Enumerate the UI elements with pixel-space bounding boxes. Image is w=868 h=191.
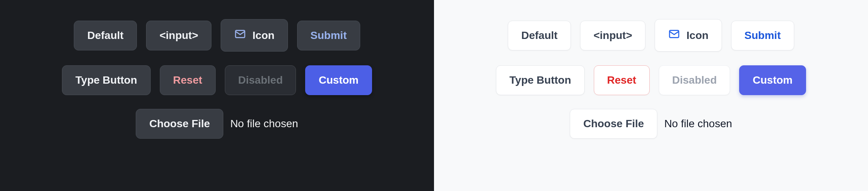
choose-file-button[interactable]: Choose File — [136, 109, 223, 139]
mail-icon — [668, 28, 680, 43]
file-input-wrap: Choose File No file chosen — [136, 109, 298, 139]
file-row: Choose File No file chosen — [570, 109, 732, 139]
default-button-label: Default — [521, 29, 558, 42]
icon-button-label: Icon — [686, 29, 709, 42]
icon-button[interactable]: Icon — [221, 19, 288, 52]
custom-button[interactable]: Custom — [305, 65, 372, 95]
disabled-button-label: Disabled — [238, 74, 283, 86]
default-button[interactable]: Default — [508, 21, 571, 50]
custom-button[interactable]: Custom — [739, 65, 806, 95]
file-status-text: No file chosen — [664, 118, 732, 130]
light-theme-panel: Default <input> Icon Submit Type Button … — [434, 0, 868, 191]
input-button[interactable]: <input> — [580, 21, 645, 50]
mail-icon — [234, 28, 246, 43]
button-row-1: Default <input> Icon Submit — [74, 19, 360, 52]
file-input-wrap: Choose File No file chosen — [570, 109, 732, 139]
disabled-button-label: Disabled — [672, 74, 717, 86]
submit-button[interactable]: Submit — [731, 21, 794, 50]
submit-button-label: Submit — [744, 29, 781, 42]
default-button-label: Default — [87, 29, 124, 42]
reset-button-label: Reset — [607, 74, 636, 86]
type-button-label: Type Button — [509, 74, 571, 86]
button-row-2: Type Button Reset Disabled Custom — [496, 65, 806, 95]
disabled-button: Disabled — [659, 65, 730, 95]
default-button[interactable]: Default — [74, 21, 137, 50]
type-button[interactable]: Type Button — [62, 65, 150, 95]
choose-file-label: Choose File — [583, 118, 644, 130]
reset-button-label: Reset — [173, 74, 202, 86]
icon-button[interactable]: Icon — [655, 19, 722, 52]
icon-button-label: Icon — [252, 29, 275, 42]
submit-button[interactable]: Submit — [297, 21, 360, 50]
button-row-1: Default <input> Icon Submit — [508, 19, 794, 52]
disabled-button: Disabled — [225, 65, 296, 95]
file-status-text: No file chosen — [230, 118, 298, 130]
choose-file-label: Choose File — [149, 118, 210, 130]
file-row: Choose File No file chosen — [136, 109, 298, 139]
button-row-2: Type Button Reset Disabled Custom — [62, 65, 372, 95]
choose-file-button[interactable]: Choose File — [570, 109, 657, 139]
reset-button[interactable]: Reset — [160, 65, 216, 95]
input-button-label: <input> — [593, 29, 632, 42]
type-button[interactable]: Type Button — [496, 65, 584, 95]
reset-button[interactable]: Reset — [594, 65, 650, 95]
input-button-label: <input> — [159, 29, 198, 42]
type-button-label: Type Button — [75, 74, 137, 86]
submit-button-label: Submit — [310, 29, 347, 42]
input-button[interactable]: <input> — [146, 21, 211, 50]
custom-button-label: Custom — [319, 74, 358, 86]
custom-button-label: Custom — [753, 74, 792, 86]
dark-theme-panel: Default <input> Icon Submit Type Button … — [0, 0, 434, 191]
